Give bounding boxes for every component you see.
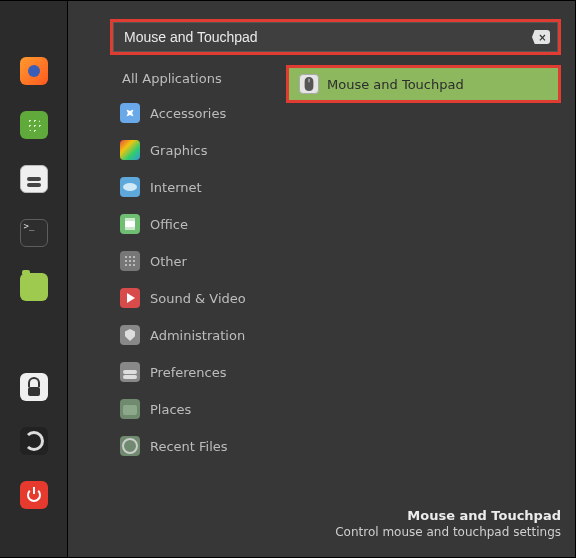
category-places[interactable]: Places bbox=[120, 399, 286, 419]
category-recent-files[interactable]: Recent Files bbox=[120, 436, 286, 456]
tooltip-title: Mouse and Touchpad bbox=[335, 508, 561, 523]
launcher-panel bbox=[0, 0, 68, 558]
category-label: Other bbox=[150, 254, 187, 269]
category-label: Graphics bbox=[150, 143, 207, 158]
app-root: × All Applications Accessories Graphics … bbox=[0, 0, 576, 558]
category-label: Places bbox=[150, 402, 191, 417]
category-label: Administration bbox=[150, 328, 245, 343]
tooltip-description: Control mouse and touchpad settings bbox=[335, 525, 561, 539]
category-label: Internet bbox=[150, 180, 202, 195]
mouse-icon bbox=[299, 74, 319, 94]
preferences-icon bbox=[120, 362, 140, 382]
internet-icon bbox=[120, 177, 140, 197]
category-label: Preferences bbox=[150, 365, 226, 380]
lock-icon[interactable] bbox=[20, 373, 48, 401]
category-label: Office bbox=[150, 217, 188, 232]
category-accessories[interactable]: Accessories bbox=[120, 103, 286, 123]
sound-video-icon bbox=[120, 288, 140, 308]
category-administration[interactable]: Administration bbox=[120, 325, 286, 345]
category-all-applications[interactable]: All Applications bbox=[120, 71, 286, 86]
result-highlight: Mouse and Touchpad bbox=[286, 65, 561, 103]
result-mouse-and-touchpad[interactable]: Mouse and Touchpad bbox=[289, 68, 558, 100]
power-icon[interactable] bbox=[20, 481, 48, 509]
category-label: Recent Files bbox=[150, 439, 228, 454]
office-icon bbox=[120, 214, 140, 234]
results-panel: Mouse and Touchpad bbox=[286, 65, 561, 497]
category-preferences[interactable]: Preferences bbox=[120, 362, 286, 382]
category-graphics[interactable]: Graphics bbox=[120, 140, 286, 160]
graphics-icon bbox=[120, 140, 140, 160]
search-highlight: × bbox=[110, 19, 561, 55]
category-other[interactable]: Other bbox=[120, 251, 286, 271]
recent-files-icon bbox=[120, 436, 140, 456]
administration-icon bbox=[120, 325, 140, 345]
tooltip: Mouse and Touchpad Control mouse and tou… bbox=[335, 508, 561, 539]
category-label: Accessories bbox=[150, 106, 226, 121]
refresh-icon[interactable] bbox=[20, 427, 48, 455]
category-internet[interactable]: Internet bbox=[120, 177, 286, 197]
menu-body: All Applications Accessories Graphics In… bbox=[120, 65, 561, 497]
firefox-icon[interactable] bbox=[20, 57, 48, 85]
accessories-icon bbox=[120, 103, 140, 123]
clear-icon[interactable]: × bbox=[532, 30, 550, 44]
terminal-icon[interactable] bbox=[20, 219, 48, 247]
category-office[interactable]: Office bbox=[120, 214, 286, 234]
search-input[interactable] bbox=[113, 22, 558, 52]
places-icon bbox=[120, 399, 140, 419]
category-sound-video[interactable]: Sound & Video bbox=[120, 288, 286, 308]
files-icon[interactable] bbox=[20, 273, 48, 301]
app-menu: × All Applications Accessories Graphics … bbox=[68, 0, 576, 558]
category-label: Sound & Video bbox=[150, 291, 246, 306]
other-icon bbox=[120, 251, 140, 271]
apps-icon[interactable] bbox=[20, 111, 48, 139]
settings-icon[interactable] bbox=[20, 165, 48, 193]
result-label: Mouse and Touchpad bbox=[327, 77, 464, 92]
category-list: All Applications Accessories Graphics In… bbox=[120, 65, 286, 497]
